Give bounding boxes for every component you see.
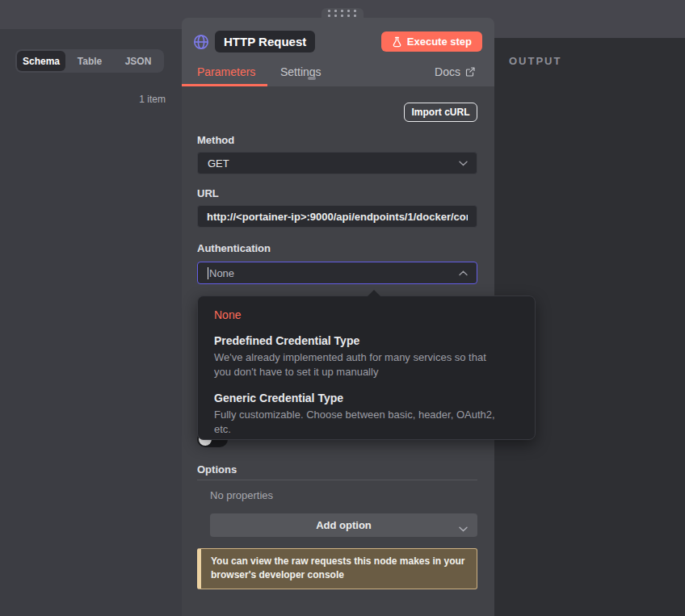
dropdown-option-predefined-credential[interactable]: Predefined Credential Type We've already… [214, 333, 519, 379]
docs-link[interactable]: Docs [435, 65, 475, 78]
authentication-value: None [209, 267, 234, 279]
node-header: HTTP Request Execute step Parameters Set… [182, 18, 494, 86]
authentication-label: Authentication [197, 242, 271, 254]
options-empty-text: No properties [210, 489, 273, 501]
option-label: Generic Credential Type [214, 391, 519, 405]
options-label: Options [197, 463, 237, 476]
option-label: Predefined Credential Type [214, 333, 519, 348]
drag-dots-icon [328, 10, 357, 17]
add-option-button[interactable]: Add option [210, 513, 477, 537]
node-title[interactable]: HTTP Request [215, 31, 315, 52]
url-input[interactable] [197, 205, 477, 228]
node-title-row: HTTP Request [192, 31, 315, 52]
option-label: None [214, 308, 519, 322]
method-label: Method [197, 134, 234, 146]
execute-step-label: Execute step [407, 36, 472, 48]
chevron-down-icon [459, 161, 468, 166]
items-count: 1 item [139, 94, 166, 105]
method-select[interactable]: GET [197, 152, 477, 174]
dropdown-caret [368, 290, 380, 296]
authentication-select[interactable]: None [197, 262, 477, 284]
flask-icon [392, 36, 402, 48]
tab-json[interactable]: JSON [114, 51, 162, 71]
dropdown-option-generic-credential[interactable]: Generic Credential Type Fully customizab… [214, 391, 519, 437]
option-description: We've already implemented auth for many … [214, 350, 503, 379]
import-curl-button[interactable]: Import cURL [404, 103, 477, 122]
text-cursor [208, 267, 208, 279]
tab-parameters[interactable]: Parameters [197, 65, 255, 78]
external-link-icon [465, 67, 475, 77]
chevron-up-icon [459, 270, 468, 276]
tab-table[interactable]: Table [65, 51, 114, 71]
add-option-label: Add option [316, 519, 372, 531]
dropdown-option-none[interactable]: None [214, 308, 519, 322]
scrollbar-thumb[interactable] [308, 77, 316, 80]
option-description: Fully customizable. Choose between basic… [214, 408, 503, 437]
panel-drag-handle[interactable] [321, 8, 364, 18]
authentication-dropdown: None Predefined Credential Type We've al… [197, 295, 536, 440]
view-mode-switcher: Schema Table JSON [15, 49, 164, 73]
raw-requests-notice: You can view the raw requests this node … [197, 548, 477, 589]
tab-schema[interactable]: Schema [17, 51, 65, 71]
output-panel-title: OUTPUT [509, 55, 561, 67]
options-divider [197, 480, 477, 480]
globe-icon [192, 33, 210, 51]
input-panel: Schema Table JSON 1 item [0, 29, 182, 616]
method-value: GET [208, 157, 229, 170]
docs-label: Docs [435, 65, 460, 78]
url-label: URL [197, 187, 219, 199]
execute-step-button[interactable]: Execute step [381, 31, 482, 52]
chevron-down-icon [459, 522, 468, 534]
